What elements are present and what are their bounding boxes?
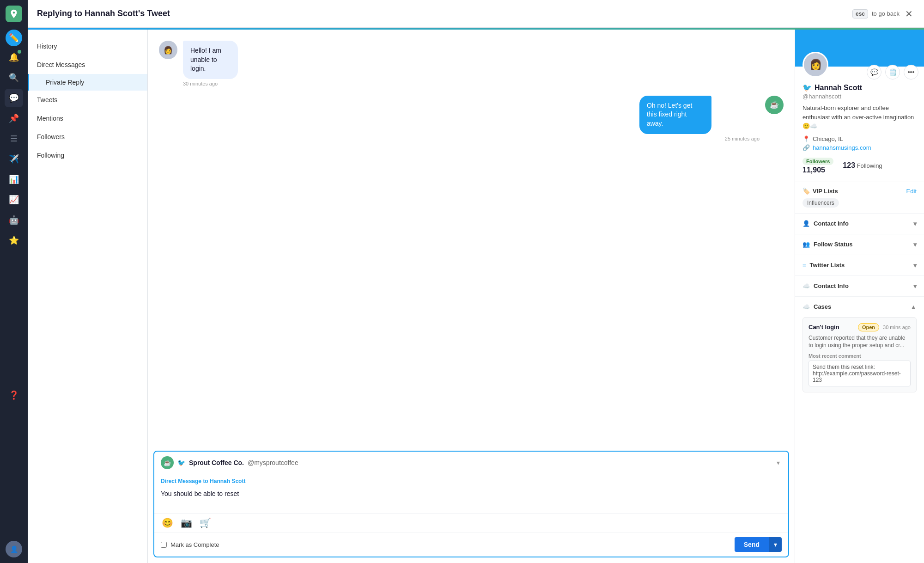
profile-location: 📍 Chicago, IL [802,135,917,142]
send-dropdown-button[interactable]: ▾ [769,537,782,552]
case-status-group: Open 30 mins ago [858,323,911,331]
outgoing-message-row: ☕ Oh no! Let's get this fixed right away… [159,96,784,141]
vip-section: 🏷️ VIP Lists Edit Influencers [795,182,924,213]
location-icon: 📍 [802,135,810,142]
reply-avatar-icon: ☕ [164,459,171,466]
sf-contact-info-header[interactable]: ☁️ Contact Info ▾ [795,276,924,296]
case-comment: Send them this reset link: http://exampl… [808,361,911,386]
vip-header: 🏷️ VIP Lists Edit [802,188,917,195]
sidebar-item-followers[interactable]: Followers [28,128,147,146]
reply-to-name[interactable]: Hannah Scott [210,478,245,484]
reply-box: ☕ 🐦 Sprout Coffee Co. @mysproutcoffee ▾ … [153,451,789,557]
sidebar-item-following[interactable]: Following [28,146,147,165]
nav-search-btn[interactable]: 🔍 [5,68,23,87]
reply-textarea[interactable] [154,488,788,511]
outgoing-avatar-image: ☕ [770,100,779,109]
incoming-avatar: 👩 [159,41,177,59]
follow-icon: 👥 [802,241,810,248]
sidebar-item-private-reply[interactable]: Private Reply [28,74,147,91]
link-button[interactable]: 🛒 [199,516,212,529]
pin-icon: 📌 [9,113,19,123]
sidebar-item-history[interactable]: History [28,37,147,55]
profile-more-btn[interactable]: ••• [904,65,918,80]
right-panel: 👩 💬 🗒️ ••• 🐦 Hannah Scott @hannahscott N… [795,30,924,563]
nav-help-btn[interactable]: ❓ [5,386,23,404]
profile-bio: Natural-born explorer and coffee enthusi… [802,104,917,131]
nav-list-btn[interactable]: ☰ [5,129,23,148]
mark-complete-label[interactable]: Mark as Complete [161,541,219,548]
top-bar: Replying to Hannah Scott's Tweet esc to … [28,0,924,28]
go-back-text: to go back [872,10,900,17]
vip-edit-btn[interactable]: Edit [906,188,917,195]
reply-toolbar: 😊 📷 🛒 [154,513,788,532]
reply-avatar: ☕ [161,456,174,469]
nav-inbox-btn[interactable]: 💬 [5,89,23,107]
profile-name-text: Hannah Scott [815,84,862,92]
sidebar-item-mentions[interactable]: Mentions [28,109,147,128]
reply-to-text: Direct Message to [161,478,208,484]
nav-pin-btn[interactable]: 📌 [5,109,23,128]
case-status-badge: Open [858,323,879,331]
nav-compose-btn[interactable]: ✏️ [6,30,22,46]
mark-complete-text: Mark as Complete [170,541,219,548]
cases-chevron: ▲ [910,303,917,311]
incoming-bubble: Hello! I am unable to login. [183,41,238,79]
profile-chat-btn[interactable]: 💬 [867,65,881,80]
profile-info: 🐦 Hannah Scott @hannahscott Natural-born… [795,67,924,182]
reply-collapse-btn[interactable]: ▾ [775,457,782,468]
twitter-lists-section: ≡ Twitter Lists ▾ [795,255,924,275]
vip-icon: 🏷️ [802,188,810,195]
profile-banner: 👩 💬 🗒️ ••• [795,30,924,67]
follow-status-left: 👥 Follow Status [802,241,853,248]
vip-label: VIP Lists [813,188,838,195]
reply-sender: ☕ 🐦 Sprout Coffee Co. @mysproutcoffee [161,456,298,469]
analytics-icon: 📊 [9,174,19,184]
profile-note-btn[interactable]: 🗒️ [885,65,900,80]
emoji-button[interactable]: 😊 [161,516,174,529]
following-stat: 123 Following [843,161,882,170]
middle-panel: 👩 Hello! I am unable to login. 30 minute… [148,30,795,563]
sf-contact-info-left: ☁️ Contact Info [802,282,849,289]
case-description: Customer reported that they are unable t… [808,334,911,350]
twitter-lists-label: Twitter Lists [810,262,845,269]
search-icon: 🔍 [9,73,19,83]
reply-to-label: Direct Message to Hannah Scott [154,474,788,488]
send-button[interactable]: Send [735,537,769,552]
mark-complete-checkbox[interactable] [161,542,167,548]
nav-bot-btn[interactable]: 🤖 [5,211,23,229]
cases-header[interactable]: ☁️ Cases ▲ [795,297,924,317]
followers-stat: Followers 11,905 [802,157,833,174]
nav-reports-btn[interactable]: 📈 [5,190,23,209]
nav-send-btn[interactable]: ✈️ [5,150,23,168]
sf-contact-info-label: Contact Info [814,282,849,289]
case-header: Can't login Open 30 mins ago [808,323,911,331]
app-logo [6,6,22,22]
nav-sidebar: ✏️ 🔔 🔍 💬 📌 ☰ ✈️ 📊 📈 🤖 ⭐ ❓ 👤 [0,0,28,563]
compose-icon: ✏️ [9,33,19,43]
sidebar-item-direct-messages[interactable]: Direct Messages [28,55,147,74]
avatar-image: 👤 [10,545,18,553]
nav-analytics-btn[interactable]: 📊 [5,170,23,189]
reply-box-header: ☕ 🐦 Sprout Coffee Co. @mysproutcoffee ▾ [154,452,788,474]
image-button[interactable]: 📷 [180,516,193,529]
contact-info-chevron: ▾ [913,220,917,227]
nav-notifications-btn[interactable]: 🔔 [5,48,23,67]
profile-website-link[interactable]: hannahsmusings.com [813,144,871,151]
follow-status-header[interactable]: 👥 Follow Status ▾ [795,234,924,255]
profile-avatar-image: 👩 [809,59,822,71]
twitter-lists-header[interactable]: ≡ Twitter Lists ▾ [795,255,924,275]
twitter-lists-left: ≡ Twitter Lists [802,262,845,269]
cases-label: Cases [814,303,831,310]
top-bar-right: esc to go back ✕ [852,6,915,21]
cases-section: ☁️ Cases ▲ Can't login Open 30 mins ago [795,296,924,400]
contact-info-header[interactable]: 👤 Contact Info ▾ [795,214,924,234]
sidebar-item-tweets[interactable]: Tweets [28,91,147,109]
close-button[interactable]: ✕ [903,6,915,21]
profile-stats: Followers 11,905 123 Following [802,157,917,174]
page-title: Replying to Hannah Scott's Tweet [37,9,170,18]
main-area: Replying to Hannah Scott's Tweet esc to … [28,0,924,563]
twitter-lists-chevron: ▾ [913,262,917,269]
user-avatar[interactable]: 👤 [6,541,22,557]
reply-sender-name: Sprout Coffee Co. [189,459,244,466]
nav-star-btn[interactable]: ⭐ [5,231,23,250]
